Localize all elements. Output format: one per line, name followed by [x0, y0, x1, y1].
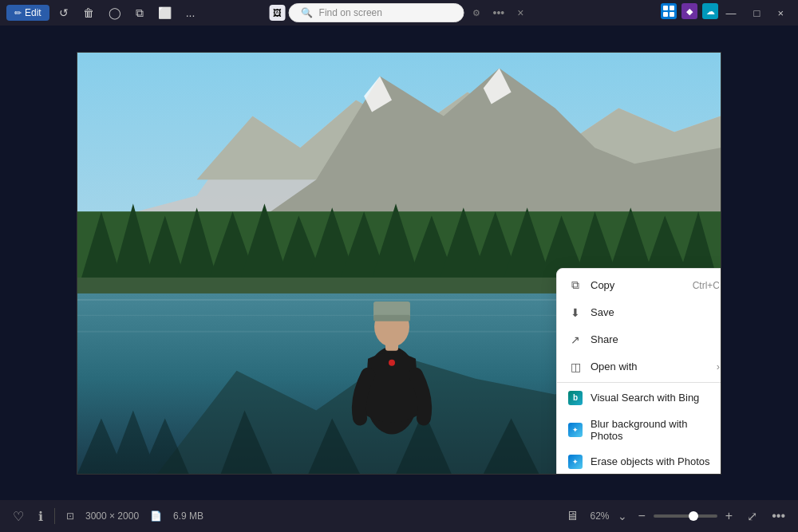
context-menu: ⧉ Copy Ctrl+C ⬇ Save ↗ Share ◫ Open with… — [556, 268, 721, 475]
bing-icon: b — [568, 391, 583, 405]
photos-blur-icon: ✦ — [568, 423, 583, 437]
zoom-control: 62% ⌄ − + — [590, 506, 736, 526]
photo-container: ⧉ Copy Ctrl+C ⬇ Save ↗ Share ◫ Open with… — [77, 52, 721, 475]
undo-button[interactable]: ↺ — [54, 3, 73, 22]
more-button[interactable]: ... — [181, 3, 200, 22]
search-icon: 🔍 — [301, 7, 313, 18]
purple-tray-icon[interactable]: ◆ — [681, 3, 697, 19]
title-bar-controls: — □ × — [718, 4, 792, 22]
open-with-label: Open with — [591, 361, 709, 372]
share-label: Share — [591, 333, 720, 345]
save-label: Save — [591, 306, 720, 318]
copy-tb-button[interactable]: ⧉ — [131, 3, 148, 23]
share-tb-button[interactable]: ◯ — [104, 3, 126, 22]
open-with-arrow: › — [717, 361, 720, 372]
minimize-button[interactable]: — — [718, 4, 745, 22]
copy-icon: ⧉ — [568, 278, 583, 293]
svg-point-47 — [389, 359, 395, 365]
screen-icon[interactable]: 🖥 — [563, 506, 582, 526]
context-menu-blur-bg[interactable]: ✦ Blur background with Photos — [557, 412, 721, 448]
erase-objects-label: Erase objects with Photos — [591, 455, 720, 467]
context-menu-copy[interactable]: ⧉ Copy Ctrl+C — [557, 272, 721, 299]
copy-label: Copy — [591, 279, 685, 291]
context-menu-open-with[interactable]: ◫ Open with › — [557, 353, 721, 380]
fullscreen-btn[interactable]: ⤢ — [744, 506, 760, 527]
delete-button[interactable]: 🗑 — [78, 3, 99, 22]
zoom-in-btn[interactable]: + — [722, 506, 736, 526]
address-bar[interactable]: 🔍 Find on screen — [289, 3, 464, 22]
heart-icon[interactable]: ♡ — [10, 506, 27, 527]
close-address-btn[interactable]: × — [512, 3, 528, 22]
settings-bar-btn[interactable]: ⚙ — [468, 5, 485, 22]
info-icon[interactable]: ℹ — [35, 506, 46, 527]
address-bar-area: 🖼 🔍 Find on screen ⚙ ••• × — [270, 3, 529, 22]
bottom-toolbar: ♡ ℹ ⊡ 3000 × 2000 📄 6.9 MB 🖥 62% ⌄ − + ⤢… — [0, 500, 798, 532]
overflow-bar-btn[interactable]: ••• — [768, 506, 788, 526]
print-button[interactable]: ⬜ — [153, 3, 176, 22]
windows-grid-icon — [663, 6, 674, 17]
save-icon: ⬇ — [568, 305, 583, 320]
open-with-icon: ◫ — [568, 360, 583, 374]
blur-bg-label: Blur background with Photos — [591, 418, 720, 442]
edit-label: Edit — [25, 7, 41, 18]
close-button[interactable]: × — [769, 4, 792, 22]
edit-button[interactable]: ✏ Edit — [6, 5, 49, 21]
maximize-button[interactable]: □ — [746, 4, 768, 22]
title-bar-left: ✏ Edit ↺ 🗑 ◯ ⧉ ⬜ ... — [6, 3, 200, 23]
address-bar-text: Find on screen — [319, 7, 382, 18]
svg-rect-46 — [373, 314, 410, 321]
context-menu-divider — [557, 382, 721, 383]
bing-label: Visual Search with Bing — [591, 392, 720, 404]
context-menu-erase-objects[interactable]: ✦ Erase objects with Photos — [557, 448, 721, 475]
title-bar: ✏ Edit ↺ 🗑 ◯ ⧉ ⬜ ... ◆ ☁ 🖼 🔍 Find on scr… — [0, 0, 798, 26]
zoom-slider[interactable] — [654, 514, 717, 518]
copy-shortcut: Ctrl+C — [693, 280, 720, 291]
photos-erase-icon: ✦ — [568, 455, 583, 469]
toolbar-separator — [54, 508, 55, 524]
zoom-thumb[interactable] — [689, 511, 698, 521]
context-menu-save[interactable]: ⬇ Save — [557, 299, 721, 326]
overflow-btn[interactable]: ••• — [488, 3, 510, 22]
zoom-out-btn[interactable]: − — [635, 506, 649, 526]
file-size-text: 6.9 MB — [173, 510, 203, 522]
teal-tray-icon[interactable]: ☁ — [702, 3, 718, 19]
dimensions-text: 3000 × 2000 — [85, 510, 139, 522]
app-logo: 🖼 — [270, 5, 286, 21]
share-icon: ↗ — [568, 333, 583, 347]
context-menu-share[interactable]: ↗ Share — [557, 326, 721, 353]
main-content: ⧉ Copy Ctrl+C ⬇ Save ↗ Share ◫ Open with… — [0, 26, 798, 500]
zoom-down-btn[interactable]: ⌄ — [614, 506, 630, 526]
dimensions-icon: ⊡ — [63, 507, 77, 525]
windows-tray-icon[interactable] — [661, 3, 677, 19]
file-icon: 📄 — [147, 507, 165, 525]
context-menu-bing-search[interactable]: b Visual Search with Bing — [557, 384, 721, 412]
zoom-level-text: 62% — [590, 510, 609, 522]
system-tray-icons: ◆ ☁ — [661, 3, 718, 19]
